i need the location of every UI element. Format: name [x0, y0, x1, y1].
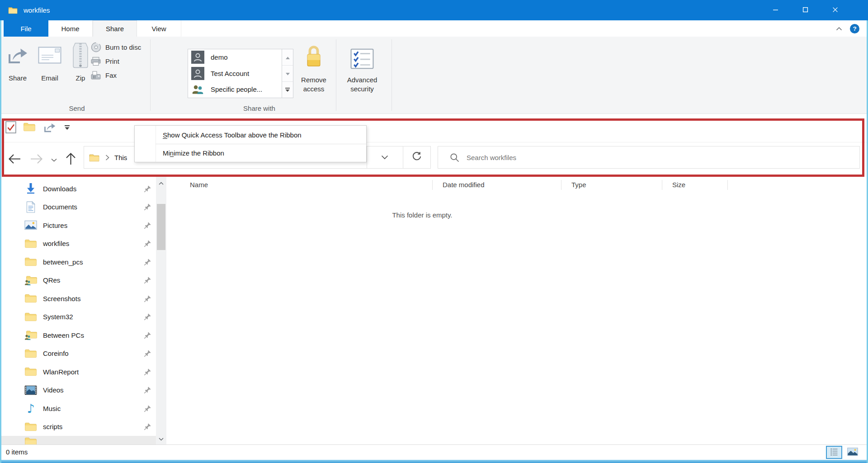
help-icon[interactable]: ? [849, 24, 860, 34]
folder-shared-icon [24, 329, 37, 341]
pin-icon[interactable] [144, 313, 151, 321]
sidebar-item-coreinfo[interactable]: Coreinfo [0, 345, 156, 363]
sidebar-item-downloads[interactable]: Downloads [0, 180, 156, 198]
menu-item-n[interactable]: Minimize the Ribbon [135, 144, 366, 162]
ribbon-button-zip[interactable]: Zip [69, 38, 92, 84]
search-box[interactable] [438, 146, 860, 169]
pin-icon[interactable] [144, 423, 151, 430]
qat-button-new-folder[interactable] [23, 122, 36, 134]
picture-icon [24, 219, 37, 231]
share-target-test-account[interactable]: Test Account [188, 66, 282, 82]
sidebar-item-music[interactable]: ♪ Music [0, 399, 156, 418]
pin-icon[interactable] [144, 222, 151, 229]
fax-icon [90, 71, 101, 80]
pin-icon[interactable] [144, 350, 151, 357]
gallery-more-icon [285, 86, 290, 94]
close-button[interactable] [820, 0, 850, 20]
gallery-scroll-up-button[interactable] [282, 49, 293, 66]
sidebar-item-between-pcs[interactable]: Between PCs [0, 326, 156, 345]
triangle-up-icon [285, 53, 290, 61]
sidebar-scrollbar[interactable] [156, 177, 166, 444]
minimize-ribbon-chevron-icon[interactable] [836, 27, 842, 31]
minimize-icon [773, 6, 778, 14]
qat-buttons [5, 114, 71, 142]
sidebar-item-system32[interactable]: System32 [0, 308, 156, 326]
ribbon-button-burn-to-disc[interactable]: Burn to disc [90, 40, 141, 54]
sidebar-item-wlanreport[interactable]: WlanReport [0, 363, 156, 381]
sidebar-item-scripts[interactable]: scripts [0, 418, 156, 436]
ribbon-button-fax[interactable]: Fax [90, 68, 141, 82]
gallery-more-button[interactable] [282, 82, 293, 98]
ribbon-tab-share[interactable]: Share [93, 20, 137, 37]
scroll-up-button[interactable] [156, 177, 166, 189]
search-input[interactable] [467, 154, 859, 161]
qat-button-properties[interactable] [5, 121, 16, 136]
folder-icon [24, 293, 37, 304]
pin-icon[interactable] [144, 405, 151, 412]
sidebar-item-videos[interactable]: Videos [0, 381, 156, 400]
qat-button-customize[interactable] [64, 124, 71, 132]
pin-icon[interactable] [144, 240, 151, 247]
back-button[interactable] [6, 142, 23, 177]
ribbon-button-email[interactable]: Email [36, 38, 63, 84]
pin-icon[interactable] [144, 331, 151, 339]
folder-icon [24, 366, 37, 378]
burn-disc-icon [90, 43, 101, 52]
chevron-up-icon [159, 179, 164, 187]
advanced-security-button[interactable]: Advanced security [338, 42, 386, 93]
ribbon-tab-home[interactable]: Home [48, 20, 93, 37]
sidebar-item-between-pcs[interactable]: between_pcs [0, 253, 156, 271]
column-header-name[interactable]: Name [166, 177, 433, 193]
sidebar-item-documents[interactable]: Documents [0, 198, 156, 217]
share-arrow-small-icon [42, 121, 57, 135]
scrollbar-thumb[interactable] [157, 204, 165, 250]
share-target-demo[interactable]: demo [188, 49, 282, 66]
gallery-scroll-down-button[interactable] [282, 66, 293, 82]
sidebar-list: Downloads Documents Pictures [0, 180, 156, 436]
status-bar: 0 items [0, 444, 868, 460]
sidebar-item-pictures[interactable]: Pictures [0, 216, 156, 235]
refresh-button[interactable] [403, 146, 431, 169]
sidebar-item-workfiles[interactable]: workfiles [0, 235, 156, 253]
qat-button-share[interactable] [42, 121, 57, 135]
sidebar-item-qres[interactable]: QRes [0, 271, 156, 290]
menu-item-s[interactable]: Show Quick Access Toolbar above the Ribb… [135, 126, 366, 144]
minimize-button[interactable] [760, 0, 790, 20]
pin-icon[interactable] [144, 185, 151, 193]
maximize-button[interactable] [790, 0, 820, 20]
printer-icon [90, 57, 101, 66]
refresh-icon [412, 151, 422, 163]
file-list-pane: Name Date modified Type Size This folder… [166, 177, 868, 444]
pin-icon[interactable] [144, 295, 151, 302]
sidebar-item-screenshots[interactable]: Screenshots [0, 289, 156, 308]
ribbon-button-print[interactable]: Print [90, 54, 141, 68]
ribbon-button-share[interactable]: Share [5, 38, 31, 84]
column-header-size[interactable]: Size [662, 177, 728, 193]
thumbnails-view-button[interactable] [844, 446, 861, 459]
details-view-button[interactable] [826, 446, 842, 459]
pin-icon[interactable] [144, 258, 151, 266]
share-target-specific-people[interactable]: Specific people... [188, 81, 282, 98]
pin-icon[interactable] [144, 203, 151, 211]
lock-icon [304, 44, 323, 71]
videos-icon [24, 384, 37, 396]
pin-icon[interactable] [144, 276, 151, 284]
up-button[interactable] [62, 142, 79, 177]
chevron-down-icon [381, 153, 388, 161]
address-dropdown-button[interactable] [367, 146, 403, 169]
pin-icon[interactable] [144, 386, 151, 394]
pin-icon[interactable] [144, 368, 151, 376]
forward-button[interactable] [28, 142, 44, 177]
ribbon-tab-view[interactable]: View [137, 20, 181, 37]
scroll-down-button[interactable] [156, 433, 166, 444]
tab-file[interactable]: File [4, 20, 48, 37]
quick-access-toolbar [0, 114, 868, 142]
share-with-gallery-list: demo Test Account Specific people... [188, 49, 282, 98]
column-header-type[interactable]: Type [561, 177, 662, 193]
recent-locations-button[interactable] [48, 142, 60, 177]
breadcrumb-chevron-icon [105, 155, 109, 161]
remove-access-button[interactable]: Remove access [294, 42, 334, 93]
sidebar-item-partial[interactable] [0, 436, 156, 444]
breadcrumb-segment[interactable]: This [114, 154, 127, 161]
column-header-date-modified[interactable]: Date modified [433, 177, 561, 193]
